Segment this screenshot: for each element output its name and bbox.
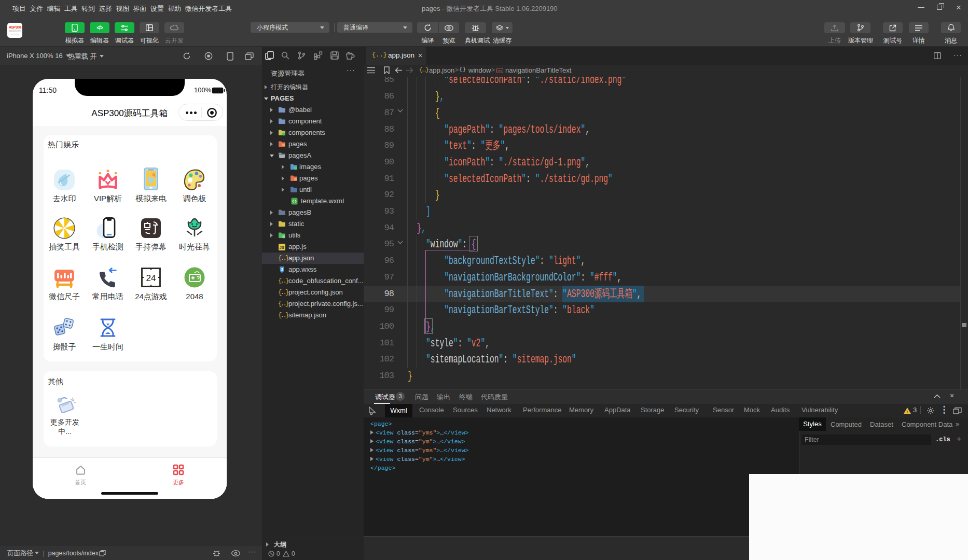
svg-text:!: ! <box>907 410 908 414</box>
svg-text:JS: JS <box>280 245 285 250</box>
svg-text:3: 3 <box>281 267 283 272</box>
svg-text:abc: abc <box>497 69 502 72</box>
svg-text:24: 24 <box>146 273 156 283</box>
